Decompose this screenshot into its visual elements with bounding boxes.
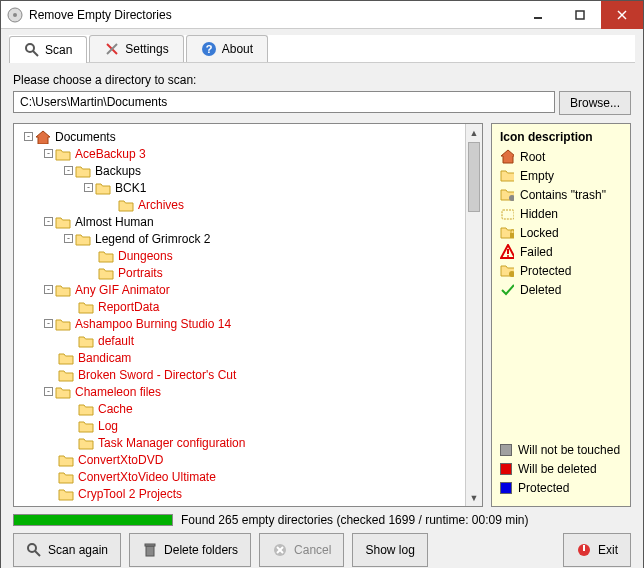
tree-node-label: Broken Sword - Director's Cut [78,368,236,382]
folder-icon [78,402,94,415]
color-swatch [500,463,512,475]
expander-icon[interactable]: - [44,217,53,226]
tree-node[interactable]: ConvertXtoDVD [16,451,463,468]
legend-color-item: Will be deleted [500,462,622,476]
maximize-button[interactable] [559,1,601,29]
folder-icon [55,317,71,330]
tree-node[interactable]: -Backups [16,162,463,179]
tree-node-label: ConvertXtoDVD [78,453,163,467]
tree-node[interactable]: Log [16,417,463,434]
button-label: Show log [365,543,414,557]
expander-icon[interactable]: - [44,149,53,158]
tree-node-label: Any GIF Animator [75,283,170,297]
scroll-up-button[interactable]: ▲ [466,124,482,141]
tree-scrollbar[interactable]: ▲ ▼ [465,124,482,506]
trash-icon [500,188,514,202]
show-log-button[interactable]: Show log [352,533,427,567]
expander-icon [44,369,56,381]
expander-icon[interactable]: - [64,234,73,243]
folder-icon [58,368,74,381]
tree-node-label: Ashampoo Burning Studio 14 [75,317,231,331]
tree-node[interactable]: Portraits [16,264,463,281]
directory-tree[interactable]: -Documents-AceBackup 3-Backups-BCK1Archi… [13,123,483,507]
folder-icon [78,419,94,432]
tree-node[interactable]: -AceBackup 3 [16,145,463,162]
tab-scan[interactable]: Scan [9,36,87,63]
protected-icon [500,264,514,278]
legend-title: Icon description [500,130,622,144]
expander-icon [44,471,56,483]
tree-node-label: Almost Human [75,215,154,229]
legend-item: Root [500,150,622,164]
scan-again-button[interactable]: Scan again [13,533,121,567]
cancel-icon [272,542,288,558]
exit-button[interactable]: Exit [563,533,631,567]
expander-icon[interactable]: - [84,183,93,192]
tree-node[interactable]: -Documents [16,128,463,145]
tree-node[interactable]: -BCK1 [16,179,463,196]
tree-node[interactable]: -Almost Human [16,213,463,230]
expander-icon [44,488,56,500]
legend-panel: Icon description RootEmptyContains "tras… [491,123,631,507]
tree-node[interactable]: Dungeons [16,247,463,264]
tree-node[interactable]: -Legend of Grimrock 2 [16,230,463,247]
folder-icon [75,164,91,177]
expander-icon [64,403,76,415]
expander-icon[interactable]: - [44,319,53,328]
failed-icon [500,245,514,259]
tab-about[interactable]: About [186,35,268,62]
close-button[interactable] [601,1,643,29]
legend-label: Will not be touched [518,443,620,457]
tree-node[interactable]: Bandicam [16,349,463,366]
expander-icon[interactable]: - [24,132,33,141]
status-text: Found 265 empty directories (checked 169… [181,513,529,527]
tree-node[interactable]: -Chameleon files [16,383,463,400]
scroll-down-button[interactable]: ▼ [466,489,482,506]
legend-label: Failed [520,245,553,259]
expander-icon[interactable]: - [44,285,53,294]
delete-folders-button[interactable]: Delete folders [129,533,251,567]
legend-label: Contains "trash" [520,188,606,202]
tree-node[interactable]: ConvertXtoVideo Ultimate [16,468,463,485]
search-icon [26,542,42,558]
legend-item: Deleted [500,283,622,297]
path-row: Browse... [13,91,631,115]
search-icon [24,42,40,58]
button-row: Scan again Delete folders Cancel Show lo… [13,533,631,567]
status-row: Found 265 empty directories (checked 169… [13,513,631,527]
scroll-thumb[interactable] [468,142,480,212]
expander-icon[interactable]: - [44,387,53,396]
tab-settings[interactable]: Settings [89,35,183,62]
root-icon [500,150,514,164]
tree-node[interactable]: Cache [16,400,463,417]
tree-node[interactable]: -Ashampoo Burning Studio 14 [16,315,463,332]
folder-icon [98,249,114,262]
expander-icon [44,454,56,466]
tree-node[interactable]: -Any GIF Animator [16,281,463,298]
svg-rect-22 [576,11,584,19]
tab-label: About [222,42,253,56]
browse-button[interactable]: Browse... [559,91,631,115]
path-input[interactable] [13,91,555,113]
tree-node-label: Portraits [118,266,163,280]
expander-icon [64,335,76,347]
cancel-button[interactable]: Cancel [259,533,344,567]
tree-node-label: CrypTool 2 Projects [78,487,182,501]
exit-icon [576,542,592,558]
legend-item: Empty [500,169,622,183]
minimize-button[interactable] [517,1,559,29]
tree-node-label: Archives [138,198,184,212]
tree-node[interactable]: ReportData [16,298,463,315]
tree-node[interactable]: Broken Sword - Director's Cut [16,366,463,383]
tree-node-label: AceBackup 3 [75,147,146,161]
tree-node[interactable]: Archives [16,196,463,213]
folder-icon [78,436,94,449]
legend-label: Will be deleted [518,462,597,476]
tree-node[interactable]: Task Manager configuration [16,434,463,451]
expander-icon[interactable]: - [64,166,73,175]
prompt-label: Please choose a directory to scan: [13,73,631,87]
tree-node[interactable]: default [16,332,463,349]
tree-node[interactable]: CrypTool 2 Projects [16,485,463,502]
tree-node-label: Chameleon files [75,385,161,399]
titlebar: Remove Empty Directories [1,1,643,29]
